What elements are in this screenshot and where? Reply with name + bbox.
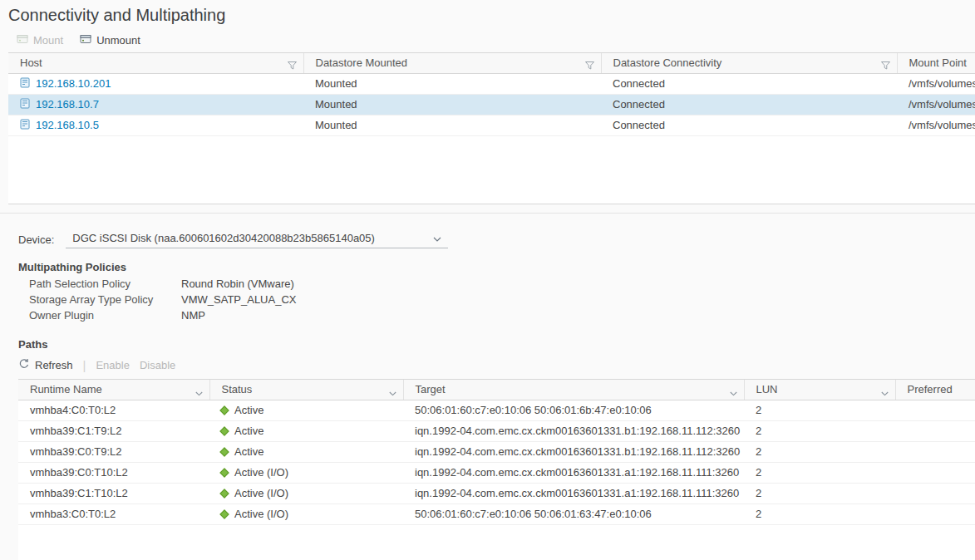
cell-runtime-name: vmhba39:C0:T10:L2 [18, 462, 209, 483]
mount-button-label: Mount [33, 34, 63, 47]
path-row[interactable]: vmhba39:C1:T10:L2 Active (I/O) iqn.1992-… [18, 483, 975, 504]
host-link[interactable]: 192.168.10.7 [36, 98, 99, 111]
active-path-icon [219, 405, 229, 415]
mount-button[interactable]: Mount [17, 33, 63, 47]
cell-preferred [895, 420, 975, 441]
filter-icon[interactable] [288, 60, 297, 72]
unmount-button[interactable]: Unmount [80, 33, 140, 47]
section-divider [0, 213, 975, 214]
status-text: Active [234, 404, 263, 416]
host-link[interactable]: 192.168.10.201 [36, 77, 111, 90]
unmount-button-label: Unmount [96, 34, 140, 47]
cell-mount-point: /vmfs/volumes [897, 115, 975, 135]
host-icon [20, 77, 30, 91]
device-label: Device: [18, 233, 54, 246]
cell-runtime-name: vmhba3:C0:T0:L2 [18, 504, 209, 524]
active-path-icon [219, 426, 229, 435]
policy-value: NMP [181, 309, 205, 322]
table-row-selected[interactable]: 192.168.10.7 Mounted Connected /vmfs/vol… [8, 94, 975, 115]
disable-button[interactable]: Disable [140, 359, 175, 371]
device-select[interactable]: DGC iSCSI Disk (naa.600601602d30420088b2… [66, 230, 448, 248]
cell-preferred [895, 462, 975, 483]
policy-value: Round Robin (VMware) [181, 278, 294, 290]
column-menu-chevron-icon[interactable] [730, 386, 737, 399]
cell-status: Active [209, 400, 403, 420]
cell-datastore-mounted: Mounted [303, 115, 601, 135]
column-header-mount-point-label: Mount Point [909, 56, 967, 69]
cell-lun: 2 [744, 483, 895, 504]
datastore-toolbar: Mount Unmount [0, 27, 975, 52]
refresh-button[interactable]: Refresh [18, 358, 73, 372]
column-header-preferred-label: Preferred [908, 383, 953, 395]
table-row[interactable]: 192.168.10.5 Mounted Connected /vmfs/vol… [8, 115, 975, 135]
column-header-datastore-connectivity-label: Datastore Connectivity [613, 56, 722, 69]
column-header-datastore-mounted-label: Datastore Mounted [316, 56, 408, 69]
paths-grid: Runtime Name Status Target LUN Preferred [18, 379, 975, 560]
column-header-runtime-name[interactable]: Runtime Name [18, 380, 209, 400]
cell-runtime-name: vmhba39:C0:T9:L2 [18, 441, 209, 462]
table-row[interactable]: 192.168.10.201 Mounted Connected /vmfs/v… [8, 73, 975, 94]
path-row[interactable]: vmhba39:C0:T10:L2 Active (I/O) iqn.1992-… [18, 462, 975, 483]
column-header-lun-label: LUN [756, 383, 778, 395]
page-title: Connectivity and Multipathing [0, 0, 975, 27]
policy-label: Path Selection Policy [29, 278, 181, 290]
column-header-target-label: Target [416, 383, 446, 395]
filter-icon[interactable] [585, 60, 594, 72]
active-path-icon [219, 468, 229, 477]
cell-status: Active (I/O) [209, 462, 403, 483]
column-header-host[interactable]: Host [8, 53, 303, 73]
status-text: Active (I/O) [234, 487, 288, 499]
enable-button[interactable]: Enable [96, 359, 129, 371]
cell-lun: 2 [744, 400, 895, 420]
paths-toolbar: Refresh | Enable Disable [18, 358, 975, 372]
column-header-status[interactable]: Status [209, 380, 403, 400]
cell-target: 50:06:01:60:c7:e0:10:06 50:06:01:63:47:e… [403, 504, 744, 524]
cell-target: iqn.1992-04.com.emc.cx.ckm00163601331.b1… [403, 420, 744, 441]
cell-datastore-connectivity: Connected [601, 73, 897, 94]
host-link[interactable]: 192.168.10.5 [36, 119, 99, 131]
cell-host: 192.168.10.5 [8, 115, 303, 135]
column-header-datastore-connectivity[interactable]: Datastore Connectivity [601, 53, 897, 73]
path-row[interactable]: vmhba3:C0:T0:L2 Active (I/O) 50:06:01:60… [18, 504, 975, 524]
cell-target: iqn.1992-04.com.emc.cx.ckm00163601331.a1… [403, 483, 744, 504]
cell-mount-point: /vmfs/volumes [897, 94, 975, 115]
status-text: Active (I/O) [234, 508, 288, 520]
column-menu-chevron-icon[interactable] [881, 386, 889, 399]
path-row[interactable]: vmhba4:C0:T0:L2 Active 50:06:01:60:c7:e0… [18, 400, 975, 420]
paths-heading: Paths [18, 338, 975, 351]
policy-row: Owner Plugin NMP [29, 309, 975, 322]
column-menu-chevron-icon[interactable] [195, 386, 203, 399]
host-table-header-row: Host Datastore Mounted Datastore Connect… [8, 53, 975, 73]
column-header-mount-point[interactable]: Mount Point [897, 53, 975, 73]
host-icon [20, 119, 30, 132]
status-text: Active (I/O) [234, 466, 288, 479]
refresh-icon [18, 358, 30, 372]
cell-runtime-name: vmhba39:C1:T9:L2 [18, 420, 209, 441]
active-path-icon [219, 489, 229, 498]
cell-status: Active (I/O) [209, 483, 403, 504]
column-header-preferred[interactable]: Preferred [895, 380, 975, 400]
cell-target: 50:06:01:60:c7:e0:10:06 50:06:01:6b:47:e… [403, 400, 744, 420]
paths-table: Runtime Name Status Target LUN Preferred [18, 380, 975, 525]
policy-value: VMW_SATP_ALUA_CX [181, 293, 296, 306]
mount-datastore-icon [17, 33, 28, 47]
unmount-datastore-icon [80, 33, 91, 47]
cell-status: Active (I/O) [209, 504, 403, 524]
column-header-target[interactable]: Target [403, 380, 744, 400]
cell-runtime-name: vmhba4:C0:T0:L2 [18, 400, 209, 420]
cell-lun: 2 [744, 441, 895, 462]
cell-target: iqn.1992-04.com.emc.cx.ckm00163601331.b1… [403, 441, 744, 462]
cell-lun: 2 [744, 462, 895, 483]
status-text: Active [234, 425, 263, 437]
path-row[interactable]: vmhba39:C0:T9:L2 Active iqn.1992-04.com.… [18, 441, 975, 462]
refresh-button-label: Refresh [35, 359, 73, 371]
column-header-lun[interactable]: LUN [744, 380, 895, 400]
cell-status: Active [209, 420, 403, 441]
column-menu-chevron-icon[interactable] [389, 386, 396, 399]
column-header-datastore-mounted[interactable]: Datastore Mounted [303, 53, 601, 73]
filter-icon[interactable] [881, 60, 890, 72]
cell-datastore-connectivity: Connected [601, 94, 897, 115]
device-select-value: DGC iSCSI Disk (naa.600601602d30420088b2… [72, 232, 375, 244]
multipathing-policies-heading: Multipathing Policies [18, 261, 975, 273]
path-row[interactable]: vmhba39:C1:T9:L2 Active iqn.1992-04.com.… [18, 420, 975, 441]
